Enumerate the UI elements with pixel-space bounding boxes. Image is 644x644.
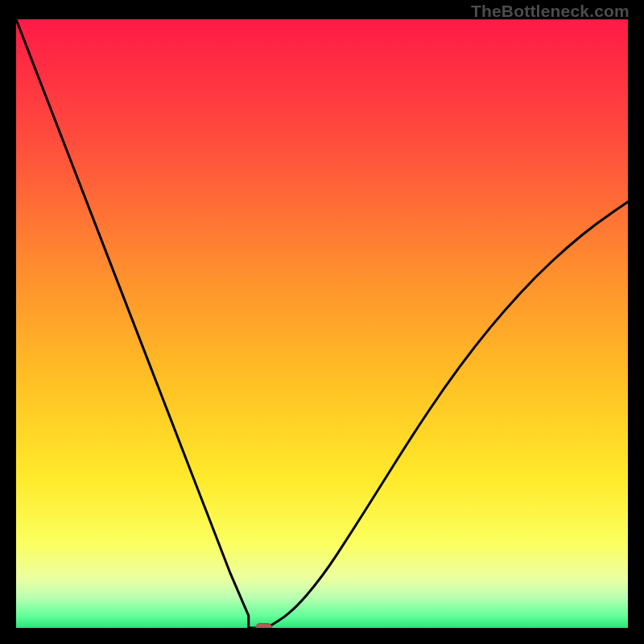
chart-svg [16, 19, 628, 628]
plot-area [16, 19, 628, 628]
watermark-text: TheBottleneck.com [471, 2, 630, 21]
optimum-marker [256, 624, 272, 629]
chart-frame: TheBottleneck.com [0, 0, 644, 644]
gradient-background [16, 19, 628, 628]
